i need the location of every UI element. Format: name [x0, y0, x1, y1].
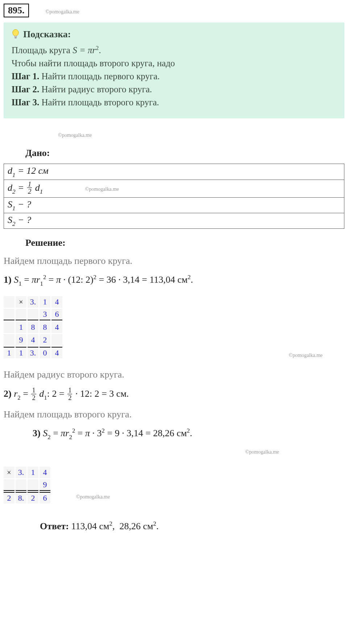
problem-number: 895. [4, 4, 29, 17]
table-row: S2 − ? [4, 213, 344, 228]
table-row: S1 − ? [4, 197, 344, 213]
hint-box: Подсказка: Площадь круга S = πr2. Чтобы … [4, 22, 344, 118]
table-row: d2 = 12 d1 ©pomogalka.me [4, 180, 344, 197]
calc-cell: 2 [40, 334, 50, 346]
calc-cell: 4 [28, 334, 38, 346]
calc-cell: 4 [51, 321, 62, 333]
table-row: d1 = 12 см [4, 164, 344, 180]
calc-cell: × [4, 467, 14, 478]
svg-rect-2 [14, 37, 17, 38]
hint-step-1: Шаг 1. Найти площадь первого круга. [12, 71, 336, 81]
watermark-calc2: ©pomogalka.me [76, 494, 110, 500]
calc-cell: 8. [16, 492, 26, 504]
calc-cell: 8 [28, 321, 38, 333]
calc-cell: 4 [40, 467, 50, 478]
calc-cell: 2 [4, 492, 14, 504]
step-text: Найти площадь первого круга. [39, 71, 160, 81]
calc-cell: 3. [28, 347, 38, 358]
calc-cell: 1 [40, 296, 50, 308]
text-find-s2: Найдем площадь второго круга. [4, 409, 344, 420]
answer-row: Ответ: 113,04 см2, 28,26 см2. [40, 520, 344, 532]
given-cell: d1 = 12 см [4, 164, 344, 180]
step-label: Шаг 2. [12, 84, 39, 94]
calc-cell: × [16, 296, 26, 308]
hint-title-row: Подсказка: [12, 29, 336, 40]
given-label: Дано: [25, 148, 344, 159]
hint-title: Подсказка: [23, 29, 71, 40]
hint-intro: Чтобы найти площадь второго круга, надо [12, 58, 336, 68]
equation-1: 1) S1 = πr12 = π · (12: 2)2 = 36 · 3,14 … [4, 274, 344, 287]
calc-cell: 0 [40, 347, 50, 358]
calc-cell [4, 334, 14, 346]
answer-label: Ответ: [40, 521, 69, 531]
calc-cell [51, 334, 62, 346]
solution-label: Решение: [25, 237, 344, 248]
calc-cell [4, 296, 14, 308]
calc-cell: 4 [51, 347, 62, 358]
calc-cell: 3 [40, 309, 50, 320]
watermark-eq3: ©pomogalka.me [245, 449, 279, 455]
calc-cell: 1 [4, 347, 14, 358]
calc-cell: 8 [40, 321, 50, 333]
calc-cell: 3. [16, 467, 26, 478]
calc-cell: 9 [16, 334, 26, 346]
watermark-given: ©pomogalka.me [58, 132, 92, 138]
given-cell: S1 − ? [4, 197, 344, 213]
calc-cell: 1 [16, 321, 26, 333]
lightbulb-icon [12, 29, 20, 40]
hint-step-2: Шаг 2. Найти радиус второго круга. [12, 84, 336, 94]
calc-cell: 3. [28, 296, 38, 308]
calc-cell [28, 309, 38, 320]
answer-text: 113,04 см2, 28,26 см2. [69, 521, 158, 531]
equation-3: 3) S2 = πr22 = π · 32 = 9 · 3,14 = 28,26… [33, 427, 344, 440]
calc-cell [4, 479, 14, 491]
watermark-calc1: ©pomogalka.me [289, 353, 323, 358]
calc-cell [4, 309, 14, 320]
calculation-grid-1: ×3.14361884942113.04 [4, 296, 62, 358]
step-label: Шаг 1. [12, 71, 39, 81]
calc-cell: 1 [28, 467, 38, 478]
calc-cell [16, 309, 26, 320]
hint-formula: Площадь круга S = πr2. [12, 45, 336, 55]
calc-cell: 1 [16, 347, 26, 358]
svg-point-0 [13, 29, 19, 36]
watermark-row: ©pomogalka.me [85, 186, 119, 192]
calc-cell: 2 [28, 492, 38, 504]
text-find-r2: Найдем радиус второго круга. [4, 369, 344, 380]
calc-cell: 4 [51, 296, 62, 308]
calc-cell [16, 479, 26, 491]
equation-2: 2) r2 = 12 d1: 2 = 12 · 12: 2 = 3 см. [4, 387, 344, 402]
step-text: Найти площадь второго круга. [39, 97, 159, 107]
calc-cell: 9 [40, 479, 50, 491]
given-cell: d2 = 12 d1 ©pomogalka.me [4, 180, 344, 197]
given-table: d1 = 12 см d2 = 12 d1 ©pomogalka.me S1 −… [4, 164, 344, 229]
given-cell: S2 − ? [4, 213, 344, 228]
watermark-top: ©pomogalka.me [46, 9, 79, 15]
calc-cell: 6 [51, 309, 62, 320]
calc-cell [4, 321, 14, 333]
step-label: Шаг 3. [12, 97, 39, 107]
text-find-s1: Найдем площадь первого круга. [4, 256, 344, 266]
calc-cell: 6 [40, 492, 50, 504]
hint-step-3: Шаг 3. Найти площадь второго круга. [12, 97, 336, 108]
step-text: Найти радиус второго круга. [39, 84, 152, 94]
calc-cell [28, 479, 38, 491]
calculation-grid-2: ×3.14928.26 [4, 467, 50, 504]
svg-rect-1 [14, 36, 17, 38]
